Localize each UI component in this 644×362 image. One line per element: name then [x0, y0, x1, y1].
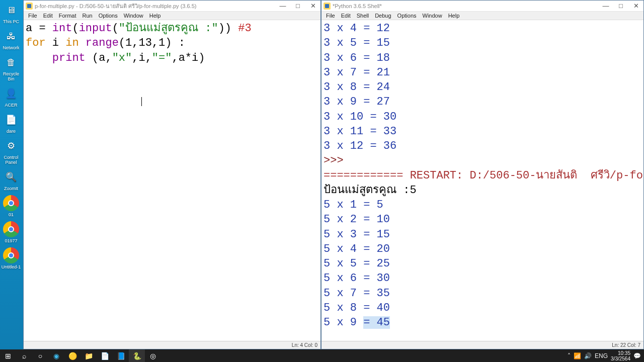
language-indicator[interactable]: ENG: [595, 352, 608, 359]
desktop-icon-acer[interactable]: 👤ACER: [0, 85, 22, 108]
desktop-icon-zoomit[interactable]: 🔍ZoomIt: [0, 169, 22, 191]
shell-titlebar[interactable]: *Python 3.6.5 Shell* — □ ✕: [321, 1, 643, 12]
text-cursor: [141, 97, 142, 106]
notifications-icon[interactable]: 💬: [633, 352, 641, 359]
menu-file[interactable]: File: [324, 12, 338, 19]
maximize-button[interactable]: □: [615, 2, 626, 10]
shell-window: *Python 3.6.5 Shell* — □ ✕ FileEditShell…: [321, 0, 644, 349]
menu-run[interactable]: Run: [80, 12, 95, 19]
idle-taskbar-icon[interactable]: 🐍: [129, 349, 145, 362]
desktop-icon-dare[interactable]: 📄dare: [0, 112, 22, 134]
cortana-button[interactable]: ○: [32, 349, 48, 362]
editor-window: p-for-multiple.py - D:/506-50-นายสันติ ศ…: [23, 0, 321, 349]
close-button[interactable]: ✕: [307, 2, 318, 10]
system-tray: ˄ 📶 🔊 ENG 10:353/3/2564 💬: [568, 350, 644, 361]
shell-output[interactable]: 3 x 4 = 12 3 x 5 = 15 3 x 6 = 18 3 x 7 =…: [321, 20, 643, 341]
desktop-icon-network[interactable]: 🖧Network: [0, 28, 22, 50]
minimize-button[interactable]: —: [277, 2, 288, 10]
desktop-icon-untitled-1[interactable]: Untitled-1: [0, 247, 22, 269]
menu-shell[interactable]: Shell: [354, 12, 371, 19]
menu-help[interactable]: Help: [147, 12, 164, 19]
editor-area[interactable]: a = int(input("ป้อนแม่สูตรคูณ :")) #3 fo…: [24, 20, 320, 341]
editor-title: p-for-multiple.py - D:/506-50-นายสันติ ศ…: [35, 2, 277, 11]
shell-menubar: FileEditShellDebugOptionsWindowHelp: [321, 12, 643, 20]
menu-window[interactable]: Window: [121, 12, 146, 19]
desktop-icon-01[interactable]: 01: [0, 195, 22, 217]
menu-window[interactable]: Window: [420, 12, 445, 19]
desktop-icon-01977[interactable]: 01977: [0, 221, 22, 243]
python-icon: [26, 3, 33, 10]
menu-file[interactable]: File: [26, 12, 40, 19]
maximize-button[interactable]: □: [292, 2, 303, 10]
shell-statusbar: Ln: 22 Col: 7: [321, 341, 643, 349]
volume-icon[interactable]: 🔊: [584, 352, 592, 359]
explorer-icon[interactable]: 📁: [80, 349, 97, 362]
word-icon[interactable]: 📘: [113, 349, 129, 362]
close-button[interactable]: ✕: [630, 2, 641, 10]
menu-edit[interactable]: Edit: [339, 12, 353, 19]
start-button[interactable]: ⊞: [0, 349, 16, 362]
menu-help[interactable]: Help: [446, 12, 462, 19]
wifi-icon[interactable]: 📶: [574, 352, 581, 359]
menu-format[interactable]: Format: [56, 12, 79, 19]
editor-titlebar[interactable]: p-for-multiple.py - D:/506-50-นายสันติ ศ…: [24, 1, 320, 12]
edge-icon[interactable]: ◉: [48, 349, 64, 362]
menu-debug[interactable]: Debug: [372, 12, 393, 19]
editor-statusbar: Ln: 4 Col: 0: [24, 341, 320, 349]
notepad-icon[interactable]: 📄: [97, 349, 113, 362]
menu-options[interactable]: Options: [395, 12, 419, 19]
shell-title: *Python 3.6.5 Shell*: [333, 3, 600, 9]
search-button[interactable]: ⌕: [16, 349, 32, 362]
menu-options[interactable]: Options: [96, 12, 120, 19]
clock[interactable]: 10:353/3/2564: [611, 350, 630, 361]
chrome-taskbar-icon[interactable]: 🟡: [64, 349, 80, 362]
editor-menubar: FileEditFormatRunOptionsWindowHelp: [24, 12, 320, 20]
minimize-button[interactable]: —: [600, 2, 611, 10]
desktop-icon-control-panel[interactable]: ⚙Control Panel: [0, 138, 22, 165]
desktop: 🖥This PC🖧Network🗑Recycle Bin👤ACER📄dare⚙C…: [0, 0, 23, 349]
desktop-icon-this-pc[interactable]: 🖥This PC: [0, 2, 22, 24]
tray-chevron-icon[interactable]: ˄: [568, 352, 571, 359]
taskbar: ⊞ ⌕ ○ ◉ 🟡 📁 📄 📘 🐍 ◎ ˄ 📶 🔊 ENG 10:353/3/2…: [0, 349, 644, 362]
python-icon: [324, 3, 331, 10]
desktop-icon-recycle-bin[interactable]: 🗑Recycle Bin: [0, 54, 22, 81]
obs-icon[interactable]: ◎: [145, 349, 161, 362]
menu-edit[interactable]: Edit: [41, 12, 55, 19]
